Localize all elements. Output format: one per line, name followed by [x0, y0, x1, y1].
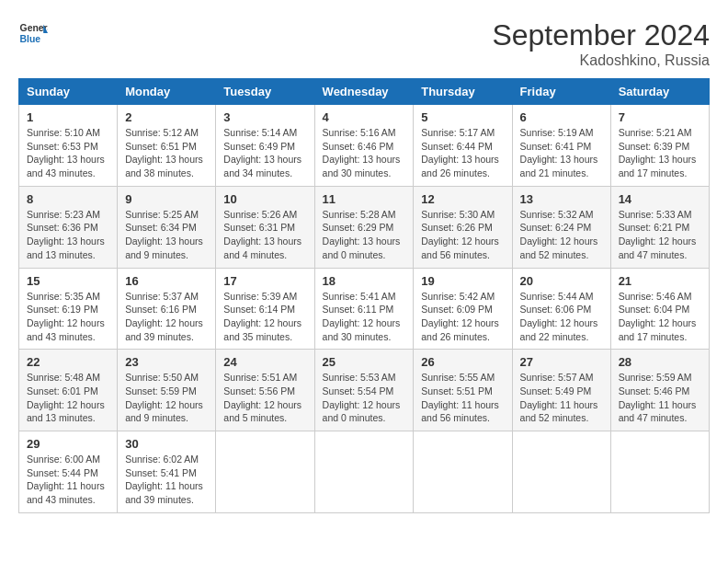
day-number: 26	[421, 355, 504, 369]
day-number: 16	[125, 274, 208, 288]
page-header: General Blue September 2024 Kadoshkino, …	[18, 18, 710, 69]
day-info: Sunrise: 5:32 AM Sunset: 6:24 PM Dayligh…	[520, 208, 603, 262]
day-info: Sunrise: 5:55 AM Sunset: 5:51 PM Dayligh…	[421, 371, 504, 425]
day-info: Sunrise: 5:51 AM Sunset: 5:56 PM Dayligh…	[223, 371, 306, 425]
calendar-cell: 6Sunrise: 5:19 AM Sunset: 6:41 PM Daylig…	[512, 105, 610, 187]
day-number: 29	[27, 437, 109, 451]
subtitle: Kadoshkino, Russia	[492, 52, 710, 69]
calendar-cell	[414, 431, 512, 513]
header-friday: Friday	[512, 79, 610, 105]
calendar-cell: 20Sunrise: 5:44 AM Sunset: 6:06 PM Dayli…	[512, 268, 610, 350]
day-number: 4	[323, 110, 406, 124]
day-info: Sunrise: 5:19 AM Sunset: 6:41 PM Dayligh…	[520, 126, 603, 180]
header-wednesday: Wednesday	[314, 79, 414, 105]
day-number: 2	[125, 110, 208, 124]
day-info: Sunrise: 5:28 AM Sunset: 6:29 PM Dayligh…	[323, 208, 406, 262]
header-monday: Monday	[118, 79, 216, 105]
day-number: 3	[223, 110, 306, 124]
day-number: 21	[619, 274, 701, 288]
day-number: 15	[27, 274, 109, 288]
weekday-header-row: Sunday Monday Tuesday Wednesday Thursday…	[19, 79, 710, 105]
day-number: 8	[27, 192, 109, 206]
day-number: 9	[125, 192, 208, 206]
day-info: Sunrise: 5:59 AM Sunset: 5:46 PM Dayligh…	[619, 371, 701, 425]
header-sunday: Sunday	[19, 79, 118, 105]
day-info: Sunrise: 5:44 AM Sunset: 6:06 PM Dayligh…	[520, 290, 603, 344]
day-number: 1	[27, 110, 109, 124]
calendar-cell: 17Sunrise: 5:39 AM Sunset: 6:14 PM Dayli…	[216, 268, 314, 350]
day-number: 27	[520, 355, 603, 369]
day-info: Sunrise: 5:53 AM Sunset: 5:54 PM Dayligh…	[323, 371, 406, 425]
calendar-cell: 12Sunrise: 5:30 AM Sunset: 6:26 PM Dayli…	[414, 186, 512, 268]
calendar-row: 29Sunrise: 6:00 AM Sunset: 5:44 PM Dayli…	[19, 431, 710, 513]
day-info: Sunrise: 5:42 AM Sunset: 6:09 PM Dayligh…	[421, 290, 504, 344]
calendar-cell: 23Sunrise: 5:50 AM Sunset: 5:59 PM Dayli…	[118, 350, 216, 431]
logo-icon: General Blue	[18, 18, 48, 48]
day-info: Sunrise: 6:02 AM Sunset: 5:41 PM Dayligh…	[125, 453, 208, 507]
calendar-row: 22Sunrise: 5:48 AM Sunset: 6:01 PM Dayli…	[19, 350, 710, 431]
calendar-cell: 14Sunrise: 5:33 AM Sunset: 6:21 PM Dayli…	[610, 186, 709, 268]
day-number: 17	[223, 274, 306, 288]
calendar-cell: 24Sunrise: 5:51 AM Sunset: 5:56 PM Dayli…	[216, 350, 314, 431]
calendar-cell: 8Sunrise: 5:23 AM Sunset: 6:36 PM Daylig…	[19, 186, 118, 268]
calendar-cell: 25Sunrise: 5:53 AM Sunset: 5:54 PM Dayli…	[314, 350, 414, 431]
day-info: Sunrise: 5:39 AM Sunset: 6:14 PM Dayligh…	[223, 290, 306, 344]
title-block: September 2024 Kadoshkino, Russia	[492, 18, 710, 69]
calendar-cell: 18Sunrise: 5:41 AM Sunset: 6:11 PM Dayli…	[314, 268, 414, 350]
calendar-row: 1Sunrise: 5:10 AM Sunset: 6:53 PM Daylig…	[19, 105, 710, 187]
day-number: 28	[619, 355, 701, 369]
day-number: 19	[421, 274, 504, 288]
header-saturday: Saturday	[610, 79, 709, 105]
day-number: 20	[520, 274, 603, 288]
calendar-cell: 28Sunrise: 5:59 AM Sunset: 5:46 PM Dayli…	[610, 350, 709, 431]
day-info: Sunrise: 5:25 AM Sunset: 6:34 PM Dayligh…	[125, 208, 208, 262]
header-thursday: Thursday	[414, 79, 512, 105]
day-info: Sunrise: 5:33 AM Sunset: 6:21 PM Dayligh…	[619, 208, 701, 262]
day-number: 24	[223, 355, 306, 369]
day-info: Sunrise: 5:26 AM Sunset: 6:31 PM Dayligh…	[223, 208, 306, 262]
day-info: Sunrise: 5:57 AM Sunset: 5:49 PM Dayligh…	[520, 371, 603, 425]
calendar-cell: 2Sunrise: 5:12 AM Sunset: 6:51 PM Daylig…	[118, 105, 216, 187]
calendar-cell: 9Sunrise: 5:25 AM Sunset: 6:34 PM Daylig…	[118, 186, 216, 268]
day-info: Sunrise: 5:30 AM Sunset: 6:26 PM Dayligh…	[421, 208, 504, 262]
calendar-cell: 21Sunrise: 5:46 AM Sunset: 6:04 PM Dayli…	[610, 268, 709, 350]
day-info: Sunrise: 5:35 AM Sunset: 6:19 PM Dayligh…	[27, 290, 109, 344]
day-info: Sunrise: 5:50 AM Sunset: 5:59 PM Dayligh…	[125, 371, 208, 425]
day-number: 11	[323, 192, 406, 206]
calendar-cell	[216, 431, 314, 513]
day-number: 25	[323, 355, 406, 369]
day-number: 18	[323, 274, 406, 288]
calendar-cell	[314, 431, 414, 513]
calendar-table: Sunday Monday Tuesday Wednesday Thursday…	[18, 78, 710, 513]
calendar-cell: 15Sunrise: 5:35 AM Sunset: 6:19 PM Dayli…	[19, 268, 118, 350]
day-number: 6	[520, 110, 603, 124]
calendar-cell: 26Sunrise: 5:55 AM Sunset: 5:51 PM Dayli…	[414, 350, 512, 431]
day-info: Sunrise: 5:17 AM Sunset: 6:44 PM Dayligh…	[421, 126, 504, 180]
day-info: Sunrise: 5:41 AM Sunset: 6:11 PM Dayligh…	[323, 290, 406, 344]
calendar-cell: 13Sunrise: 5:32 AM Sunset: 6:24 PM Dayli…	[512, 186, 610, 268]
calendar-cell: 16Sunrise: 5:37 AM Sunset: 6:16 PM Dayli…	[118, 268, 216, 350]
day-number: 12	[421, 192, 504, 206]
calendar-cell: 1Sunrise: 5:10 AM Sunset: 6:53 PM Daylig…	[19, 105, 118, 187]
calendar-cell: 5Sunrise: 5:17 AM Sunset: 6:44 PM Daylig…	[414, 105, 512, 187]
day-info: Sunrise: 5:23 AM Sunset: 6:36 PM Dayligh…	[27, 208, 109, 262]
day-info: Sunrise: 5:48 AM Sunset: 6:01 PM Dayligh…	[27, 371, 109, 425]
day-number: 10	[223, 192, 306, 206]
header-tuesday: Tuesday	[216, 79, 314, 105]
calendar-cell: 7Sunrise: 5:21 AM Sunset: 6:39 PM Daylig…	[610, 105, 709, 187]
calendar-cell: 19Sunrise: 5:42 AM Sunset: 6:09 PM Dayli…	[414, 268, 512, 350]
day-number: 5	[421, 110, 504, 124]
day-number: 7	[619, 110, 701, 124]
day-info: Sunrise: 5:14 AM Sunset: 6:49 PM Dayligh…	[223, 126, 306, 180]
day-info: Sunrise: 5:37 AM Sunset: 6:16 PM Dayligh…	[125, 290, 208, 344]
logo: General Blue	[18, 18, 48, 48]
calendar-cell	[512, 431, 610, 513]
calendar-cell: 27Sunrise: 5:57 AM Sunset: 5:49 PM Dayli…	[512, 350, 610, 431]
day-number: 14	[619, 192, 701, 206]
day-info: Sunrise: 5:10 AM Sunset: 6:53 PM Dayligh…	[27, 126, 109, 180]
day-info: Sunrise: 5:21 AM Sunset: 6:39 PM Dayligh…	[619, 126, 701, 180]
day-number: 23	[125, 355, 208, 369]
day-info: Sunrise: 5:16 AM Sunset: 6:46 PM Dayligh…	[323, 126, 406, 180]
svg-text:Blue: Blue	[20, 34, 41, 44]
day-number: 30	[125, 437, 208, 451]
